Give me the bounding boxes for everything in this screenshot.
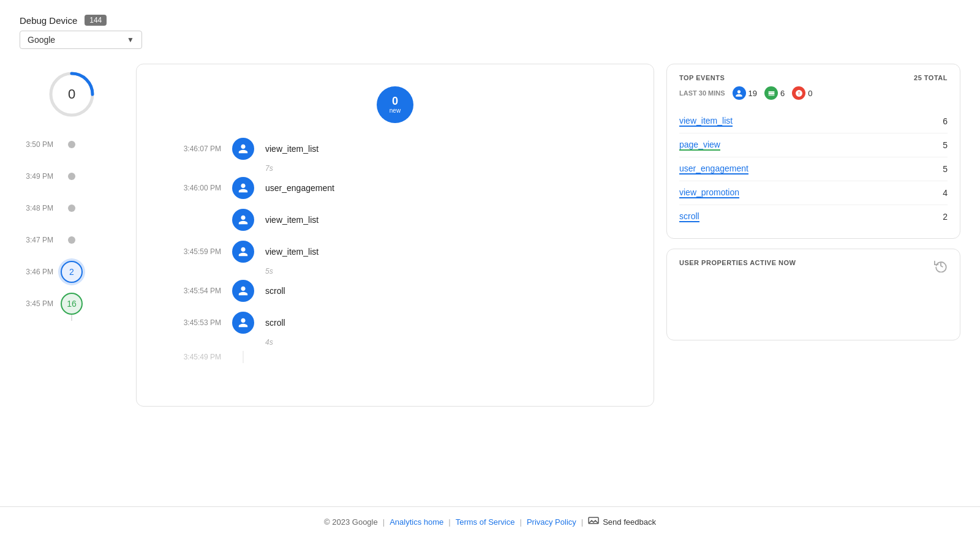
top-circle: 0: [47, 70, 96, 119]
time-label-348: 3:48 PM: [20, 204, 53, 212]
analytics-home-link[interactable]: Analytics home: [390, 517, 443, 527]
event-icon-4: [232, 241, 254, 263]
green-count: 6: [764, 86, 785, 100]
orange-count: 0: [792, 86, 812, 100]
orange-icon: [792, 86, 805, 100]
event-stat-row-1: view_item_list 6: [679, 110, 948, 133]
event-stat-name-4[interactable]: view_promotion: [679, 187, 739, 198]
event-name-3: view_item_list: [255, 215, 639, 225]
footer: © 2023 Google | Analytics home | Terms o…: [0, 506, 980, 537]
event-name-2: user_engagement: [255, 183, 639, 193]
terms-link[interactable]: Terms of Service: [456, 517, 515, 527]
orange-count-value: 0: [808, 89, 812, 98]
new-events-badge: 0 new: [377, 86, 413, 123]
time-label-347: 3:47 PM: [20, 236, 53, 244]
time-label-350: 3:50 PM: [20, 140, 53, 149]
user-props-title: USER PROPERTIES ACTIVE NOW: [679, 259, 796, 266]
event-stat-row-2: page_view 5: [679, 133, 948, 157]
last30-label: LAST 30 MINS: [679, 89, 725, 97]
event-stat-count-5: 2: [943, 212, 948, 222]
event-time-2: 3:46:00 PM: [151, 184, 231, 192]
user-properties-card: USER PROPERTIES ACTIVE NOW: [666, 249, 960, 340]
event-stat-count-2: 5: [943, 140, 948, 150]
timeline-dot-345: 16: [61, 293, 83, 315]
feedback-icon: [588, 517, 599, 527]
top-circle-number: 0: [68, 86, 75, 102]
blue-icon: [733, 86, 746, 100]
event-icon-5: [232, 280, 254, 302]
time-label-349: 3:49 PM: [20, 172, 53, 181]
event-stat-row-4: view_promotion 4: [679, 181, 948, 205]
event-name-4: view_item_list: [255, 247, 639, 257]
left-timeline: 0 3:50 PM 3:49 PM: [20, 64, 124, 320]
event-stat-name-1[interactable]: view_item_list: [679, 116, 733, 127]
time-label-346: 3:46 PM: [20, 268, 53, 276]
events-panel: 0 new 3:46:07 PM view_item_li: [136, 64, 654, 407]
event-stats-list: view_item_list 6 page_view 5 user_engage…: [679, 110, 948, 228]
event-icon-6: [232, 312, 254, 334]
debug-device-label: Debug Device: [20, 15, 77, 26]
event-icon-3: [232, 209, 254, 231]
event-stat-count-3: 5: [943, 164, 948, 174]
green-icon: [764, 86, 778, 100]
event-stat-row-5: scroll 2: [679, 205, 948, 228]
event-name-6: scroll: [255, 318, 639, 328]
history-icon[interactable]: [934, 259, 948, 276]
timeline-dot-346: 2: [61, 261, 83, 283]
timeline-dot-348: [68, 205, 75, 212]
top-events-title: TOP EVENTS: [679, 74, 725, 81]
gap-label-1: 7s: [255, 164, 639, 173]
dropdown-value: Google: [28, 35, 122, 45]
blue-count-value: 19: [748, 89, 757, 98]
event-name-5: scroll: [255, 286, 639, 296]
event-stat-name-2[interactable]: page_view: [679, 140, 720, 151]
event-stat-name-3[interactable]: user_engagement: [679, 163, 748, 175]
event-time-1: 3:46:07 PM: [151, 145, 231, 153]
chevron-down-icon: ▼: [127, 36, 134, 44]
top-events-card: TOP EVENTS 25 TOTAL LAST 30 MINS 19: [666, 64, 960, 239]
time-label-345: 3:45 PM: [20, 299, 53, 308]
gap-label-2: 5s: [255, 267, 639, 276]
timeline-dot-349: [68, 173, 75, 180]
privacy-link[interactable]: Privacy Policy: [527, 517, 576, 527]
timeline-dot-347: [68, 236, 75, 244]
feedback-label: Send feedback: [603, 517, 656, 527]
right-panel: TOP EVENTS 25 TOTAL LAST 30 MINS 19: [666, 64, 960, 340]
new-badge-number: 0: [392, 96, 398, 108]
event-stat-count-1: 6: [943, 116, 948, 126]
event-time-6: 3:45:53 PM: [151, 318, 231, 327]
new-badge-label: new: [390, 107, 401, 114]
event-time-5: 3:45:54 PM: [151, 287, 231, 295]
gap-label-3: 4s: [255, 338, 639, 347]
google-dropdown[interactable]: Google ▼: [20, 31, 142, 49]
event-time-4: 3:45:59 PM: [151, 247, 231, 256]
event-icon-1: [232, 138, 254, 160]
send-feedback-button[interactable]: Send feedback: [588, 517, 656, 527]
event-stat-name-5[interactable]: scroll: [679, 211, 699, 222]
debug-count-badge: 144: [85, 15, 107, 26]
copyright: © 2023 Google: [324, 517, 378, 527]
event-time-7: 3:45:49 PM: [151, 353, 231, 361]
top-events-total: 25 TOTAL: [914, 74, 948, 81]
event-icon-2: [232, 177, 254, 199]
green-count-value: 6: [780, 89, 785, 98]
timeline-dot-350: [68, 141, 75, 148]
event-stat-row-3: user_engagement 5: [679, 157, 948, 181]
blue-count: 19: [733, 86, 757, 100]
event-name-1: view_item_list: [255, 144, 639, 154]
event-stat-count-4: 4: [943, 188, 948, 198]
